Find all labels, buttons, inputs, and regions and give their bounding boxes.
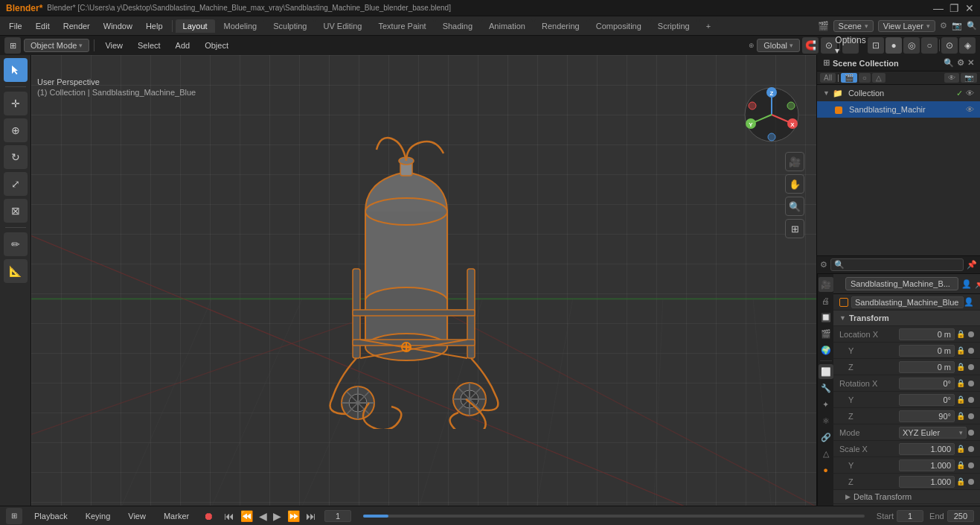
props-output-icon[interactable]: 🖨 — [819, 293, 833, 308]
playback-menu[interactable]: Playback — [28, 510, 74, 522]
props-view-layer-icon[interactable]: 🔲 — [819, 310, 833, 325]
shading-wireframe-btn[interactable]: ⊡ — [868, 37, 884, 54]
view-layer-selector[interactable]: View Layer ▾ — [878, 20, 935, 32]
start-frame-field[interactable]: 1 — [897, 510, 923, 522]
props-render-icon[interactable]: 🎥 — [819, 277, 833, 292]
props-object-icon[interactable]: ⬜ — [819, 364, 833, 379]
scale-y-field[interactable]: 1.000 — [899, 459, 955, 471]
location-x-keyframe[interactable] — [968, 331, 974, 337]
tab-modeling[interactable]: Modeling — [217, 19, 265, 33]
rotation-z-field[interactable]: 90° — [899, 410, 955, 422]
location-y-lock[interactable]: 🔒 — [955, 345, 967, 357]
step-back-button[interactable]: ◀ — [257, 510, 269, 522]
view-menu[interactable]: View — [99, 39, 129, 51]
filter-eye-btn[interactable]: 👁 — [944, 73, 959, 83]
tab-compositing[interactable]: Compositing — [589, 19, 649, 33]
add-menu[interactable]: Add — [170, 39, 196, 51]
rotation-z-keyframe[interactable] — [968, 413, 974, 419]
annotate-tool-button[interactable]: ✏ — [4, 232, 28, 256]
tab-texture-paint[interactable]: Texture Paint — [371, 19, 433, 33]
location-z-lock[interactable]: 🔒 — [955, 361, 967, 373]
navigation-gizmo[interactable]: Z X Y — [742, 85, 801, 144]
rotation-mode-selector[interactable]: XYZ Euler ▾ — [899, 427, 967, 439]
rotation-y-field[interactable]: 0° — [899, 394, 955, 406]
scale-y-lock[interactable]: 🔒 — [955, 459, 967, 471]
timeline-slider[interactable] — [363, 515, 865, 518]
props-world-icon[interactable]: 🌍 — [819, 343, 833, 357]
menu-help[interactable]: Help — [140, 20, 169, 32]
keying-menu[interactable]: Keying — [80, 510, 117, 522]
object-name-input[interactable] — [845, 277, 958, 290]
maximize-button[interactable]: ❐ — [949, 2, 959, 14]
filter-all-btn[interactable]: All — [820, 73, 836, 83]
tab-add[interactable]: + — [699, 19, 718, 33]
select-tool-button[interactable] — [4, 58, 28, 82]
quad-view-button[interactable]: ⊞ — [785, 219, 804, 238]
zoom-button[interactable]: 🔍 — [785, 197, 804, 216]
props-search-input[interactable] — [845, 261, 960, 270]
rotate-tool-button[interactable]: ↻ — [4, 145, 28, 169]
render-icon[interactable]: 📷 — [952, 21, 962, 31]
play-button[interactable]: ▶ — [271, 510, 284, 522]
location-y-keyframe[interactable] — [968, 348, 974, 354]
rotation-y-lock[interactable]: 🔒 — [955, 394, 967, 406]
location-x-field[interactable]: 0 m — [899, 328, 955, 340]
outliner-close-icon[interactable]: ✕ — [967, 58, 974, 68]
fake-user-icon[interactable]: 👤 — [961, 279, 972, 289]
viewport-3d[interactable]: User Perspective (1) Collection | Sandbl… — [31, 55, 816, 506]
outliner-settings-icon[interactable]: ⚙ — [957, 58, 964, 68]
snap-icon[interactable]: 🧲 — [802, 37, 819, 54]
options-button[interactable]: Options ▾ — [842, 37, 859, 54]
data-name-field[interactable]: Sandblasting_Machine_Blue — [851, 296, 964, 308]
rotation-z-lock[interactable]: 🔒 — [955, 410, 967, 422]
timeline-editor-icon[interactable]: ⊞ — [6, 508, 22, 524]
zoom-camera-button[interactable]: 🎥 — [785, 152, 804, 171]
props-modifier-icon[interactable]: 🔧 — [819, 381, 833, 395]
object-mode-selector[interactable]: Object Mode ▾ — [24, 39, 89, 52]
measure-tool-button[interactable]: 📐 — [4, 259, 28, 283]
scale-tool-button[interactable]: ⤢ — [4, 172, 28, 196]
tab-rendering[interactable]: Rendering — [534, 19, 587, 33]
scale-y-keyframe[interactable] — [968, 462, 974, 468]
scale-z-keyframe[interactable] — [968, 479, 974, 485]
menu-render[interactable]: Render — [57, 20, 96, 32]
current-frame-field[interactable]: 1 — [324, 510, 351, 522]
props-particles-icon[interactable]: ✦ — [819, 397, 833, 412]
filter-object-btn[interactable]: ○ — [859, 73, 871, 83]
tab-layout[interactable]: Layout — [176, 19, 215, 33]
transform-orientation-selector[interactable]: Global ▾ — [757, 39, 800, 52]
delta-transform-header[interactable]: ▶ Delta Transform — [833, 490, 980, 504]
view-layer-settings-icon[interactable]: ⚙ — [940, 21, 947, 31]
xray-btn[interactable]: ◈ — [959, 37, 976, 54]
tab-animation[interactable]: Animation — [481, 19, 533, 33]
menu-file[interactable]: File — [3, 20, 28, 32]
shading-render-btn[interactable]: ○ — [921, 37, 938, 54]
end-frame-field[interactable]: 250 — [947, 510, 974, 522]
transform-section-header[interactable]: ▼ Transform — [833, 311, 980, 326]
overlay-btn[interactable]: ⊙ — [941, 37, 958, 54]
close-button[interactable]: ✕ — [965, 2, 974, 14]
scale-z-lock[interactable]: 🔒 — [955, 476, 967, 488]
marker-menu[interactable]: Marker — [158, 510, 195, 522]
machine-eye-icon[interactable]: 👁 — [966, 105, 974, 114]
props-data-icon[interactable]: △ — [819, 446, 833, 461]
tab-scripting[interactable]: Scripting — [650, 19, 697, 33]
shading-material-btn[interactable]: ◎ — [903, 37, 920, 54]
props-constraints-icon[interactable]: 🔗 — [819, 430, 833, 445]
location-y-field[interactable]: 0 m — [899, 345, 955, 357]
jump-prev-keyframe-button[interactable]: ⏪ — [238, 510, 255, 522]
location-z-keyframe[interactable] — [968, 364, 974, 370]
cursor-tool-button[interactable]: ✛ — [4, 92, 28, 115]
collection-eye-icon[interactable]: 👁 — [966, 89, 974, 98]
machine-object[interactable] — [310, 131, 518, 430]
tab-shading[interactable]: Shading — [435, 19, 480, 33]
scale-x-field[interactable]: 1.000 — [899, 443, 955, 455]
pin-icon[interactable]: 📌 — [967, 260, 977, 270]
object-menu[interactable]: Object — [199, 39, 234, 51]
record-button[interactable]: ⏺ — [201, 510, 216, 522]
select-menu[interactable]: Select — [132, 39, 167, 51]
tab-sculpting[interactable]: Sculpting — [266, 19, 314, 33]
rotation-x-lock[interactable]: 🔒 — [955, 378, 967, 389]
pin-object-icon[interactable]: 📌 — [975, 279, 980, 289]
view-menu-timeline[interactable]: View — [122, 510, 152, 522]
